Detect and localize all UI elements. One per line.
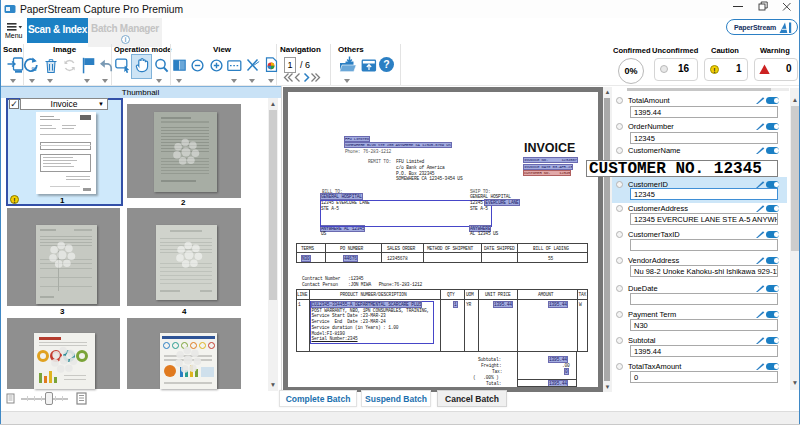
svg-text:90: 90 bbox=[32, 67, 38, 72]
